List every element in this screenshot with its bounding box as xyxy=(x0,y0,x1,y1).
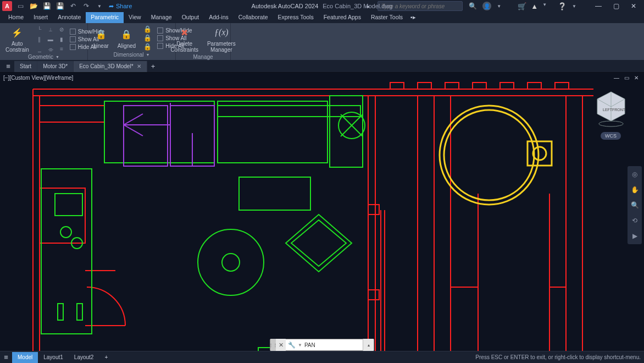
layout-menu-icon[interactable]: ≡ xyxy=(0,352,12,363)
dim-icon-1[interactable]: 🔒 xyxy=(143,25,152,33)
delete-constraints-label: Delete Constraints xyxy=(170,41,198,53)
menu-manage[interactable]: Manage xyxy=(146,12,177,23)
autodesk-dropdown-icon[interactable]: ▼ xyxy=(542,2,547,10)
menu-insert[interactable]: Insert xyxy=(29,12,53,23)
delete-constraints-button[interactable]: ✖ Delete Constraints xyxy=(167,24,202,54)
new-icon[interactable]: ▭ xyxy=(16,2,24,10)
nav-orbit-icon[interactable]: ⟲ xyxy=(630,216,640,226)
open-icon[interactable]: 📂 xyxy=(30,2,37,10)
nav-wheel-icon[interactable]: ◎ xyxy=(630,169,640,179)
svg-rect-6 xyxy=(239,177,310,210)
menu-express[interactable]: Express Tools xyxy=(273,12,318,23)
tab-layout1[interactable]: Layout1 xyxy=(38,352,69,363)
menu-annotate[interactable]: Annotate xyxy=(53,12,86,23)
linear-button[interactable]: 🔒 Linear xyxy=(90,26,112,50)
constraint-coincident-icon[interactable]: └ xyxy=(35,25,45,34)
constraint-tangent-icon[interactable]: ⊘ xyxy=(57,25,66,34)
add-layout-button[interactable]: + xyxy=(99,352,113,363)
wcs-badge[interactable]: WCS xyxy=(601,132,621,140)
auto-constrain-button[interactable]: ⚡ Auto Constrain xyxy=(2,24,32,54)
autodesk-icon[interactable]: ▲ xyxy=(531,2,538,10)
undo-icon[interactable]: ↶ xyxy=(69,2,77,10)
quick-access-toolbar: ▭ 📂 💾 💾 ↶ ↷ ▼ xyxy=(16,2,103,10)
share-button[interactable]: ➦ Share xyxy=(109,3,132,10)
constraint-collinear-icon[interactable]: ⎯ xyxy=(35,45,45,53)
maximize-button[interactable]: ▢ xyxy=(608,0,624,12)
fx-icon: ƒ(x) xyxy=(214,25,229,40)
search-icon[interactable]: 🔍 xyxy=(468,2,477,10)
tab-start[interactable]: Start xyxy=(14,61,37,72)
auto-constrain-label: Auto Constrain xyxy=(5,41,29,53)
new-tab-button[interactable]: + xyxy=(147,61,159,72)
user-dropdown-icon[interactable]: ▼ xyxy=(497,4,501,9)
tab-layout2[interactable]: Layout2 xyxy=(69,352,99,363)
file-tabs-menu-icon[interactable]: ≡ xyxy=(2,61,14,72)
tab-ecocabin[interactable]: Eco Cabin_3D Model*✕ xyxy=(74,61,147,72)
menu-home[interactable]: Home xyxy=(3,12,29,23)
viewcube[interactable]: LEFT FRONT xyxy=(595,89,628,128)
svg-rect-0 xyxy=(368,205,379,215)
close-button[interactable]: ✕ xyxy=(625,0,642,12)
cmd-wrench-icon[interactable]: 🔧 xyxy=(288,341,296,349)
panel-label-manage: Manage xyxy=(178,54,228,61)
constraint-symmetric-icon[interactable]: ⌯ xyxy=(46,45,55,53)
svg-text:FRONT: FRONT xyxy=(612,108,626,112)
dim-icon-3[interactable]: 🔒 xyxy=(143,43,152,51)
aligned-button[interactable]: 🔒 Aligned xyxy=(114,26,139,50)
nav-showmotion-icon[interactable]: ▶ xyxy=(630,231,640,241)
menu-addins[interactable]: Add-ins xyxy=(204,12,234,23)
app-name: Autodesk AutoCAD 2024 xyxy=(252,3,319,9)
menu-parametric[interactable]: Parametric xyxy=(86,12,124,23)
command-line[interactable]: ⋮⋮ ✕ 🔧 ▼ ▴ xyxy=(270,339,374,351)
menu-overflow-icon[interactable]: ▪▸ xyxy=(408,12,419,23)
cmd-close-icon[interactable]: ✕ xyxy=(276,339,286,351)
menu-featured[interactable]: Featured Apps xyxy=(319,12,366,23)
constraint-horizontal-icon[interactable]: ▬ xyxy=(46,35,55,43)
svg-rect-17 xyxy=(77,304,82,320)
help-icon[interactable]: ❔ xyxy=(558,2,567,10)
cmd-history-icon[interactable]: ▴ xyxy=(363,339,374,351)
menu-view[interactable]: View xyxy=(124,12,146,23)
app-logo[interactable]: A xyxy=(2,1,12,11)
redo-icon[interactable]: ↷ xyxy=(82,2,90,10)
tab-close-icon[interactable]: ✕ xyxy=(137,63,141,69)
dim-icon-2[interactable]: 🔒 xyxy=(143,34,152,42)
constraint-vertical-icon[interactable]: ▮ xyxy=(57,35,66,43)
panel-label-dimensional[interactable]: Dimensional▼ xyxy=(90,52,173,59)
panel-label-geometric[interactable]: Geometric▼ xyxy=(2,54,85,61)
basket-icon[interactable]: 🛒 xyxy=(518,2,526,10)
delete-constraints-icon: ✖ xyxy=(177,25,192,40)
parameters-manager-button[interactable]: ƒ(x) Parameters Manager xyxy=(204,24,239,54)
status-hint: Press ESC or ENTER to exit, or right-cli… xyxy=(475,354,644,360)
menu-output[interactable]: Output xyxy=(177,12,204,23)
nav-zoom-icon[interactable]: 🔍 xyxy=(630,200,640,210)
ribbon: ⚡ Auto Constrain └ ⟂ ⊘ ∥ ▬ ▮ ⎯ ⌯ = Show/… xyxy=(0,23,644,61)
user-icon[interactable]: 👤 xyxy=(482,2,491,10)
help-dropdown-icon[interactable]: ▼ xyxy=(572,4,576,9)
chevron-down-icon: ▼ xyxy=(55,55,59,59)
save-icon[interactable]: 💾 xyxy=(43,2,51,10)
tab-motor3d[interactable]: Motor 3D* xyxy=(37,61,74,72)
panel-dimensional: 🔒 Linear 🔒 Aligned 🔒 🔒 🔒 Show/Hide Show … xyxy=(88,23,176,60)
menu-raster[interactable]: Raster Tools xyxy=(366,12,408,23)
tab-model[interactable]: Model xyxy=(12,352,38,363)
constraint-perp-icon[interactable]: ⟂ xyxy=(46,25,55,34)
constraint-parallel-icon[interactable]: ∥ xyxy=(35,35,45,43)
drawing-area[interactable]: [−][Custom View][Wireframe] — ▭ ✕ xyxy=(0,73,644,363)
command-input[interactable] xyxy=(304,342,351,348)
nav-pan-icon[interactable]: ✋ xyxy=(630,185,640,195)
minimize-button[interactable]: — xyxy=(590,0,607,12)
svg-text:LEFT: LEFT xyxy=(603,108,613,112)
qat-dropdown-icon[interactable]: ▼ xyxy=(96,2,103,10)
menu-collaborate[interactable]: Collaborate xyxy=(234,12,273,23)
svg-rect-18 xyxy=(124,106,168,166)
svg-rect-5 xyxy=(218,106,360,117)
constraint-equal-icon[interactable]: = xyxy=(57,45,66,53)
cmd-options-icon[interactable]: ▼ xyxy=(298,343,302,348)
chevron-down-icon: ▼ xyxy=(146,53,150,57)
saveas-icon[interactable]: 💾 xyxy=(56,2,64,10)
cmd-grip-icon[interactable]: ⋮⋮ xyxy=(270,339,276,351)
drawing-canvas[interactable] xyxy=(0,73,644,363)
svg-rect-1 xyxy=(368,290,379,300)
search-input[interactable] xyxy=(381,3,459,9)
